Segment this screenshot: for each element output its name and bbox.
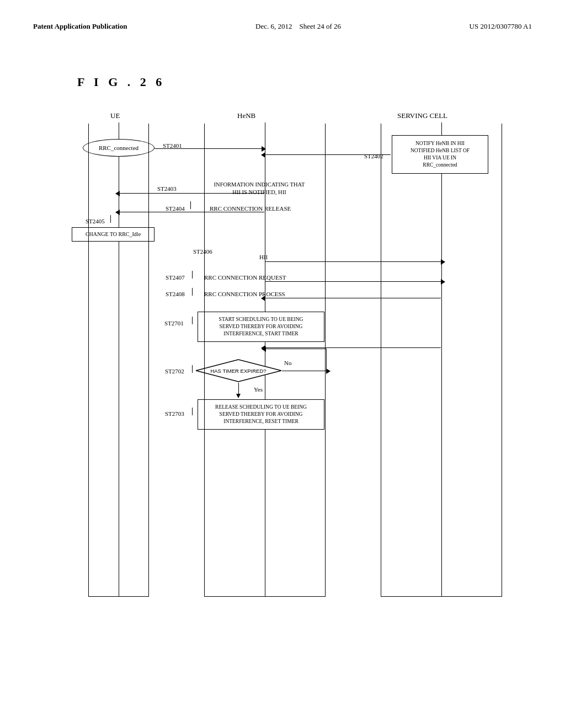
st2408-label: ST2408 xyxy=(166,291,185,297)
page-header: Patent Application Publication Dec. 6, 2… xyxy=(33,22,532,31)
sheet-number: Sheet 24 of 26 xyxy=(300,22,341,30)
st2407-vbracket xyxy=(192,271,193,279)
header-date: Dec. 6, 2012 Sheet 24 of 26 xyxy=(255,22,341,31)
st2701-vbracket xyxy=(192,317,193,324)
arrow-no-right xyxy=(326,368,331,374)
line-no-up xyxy=(326,349,327,371)
header-left: Patent Application Publication xyxy=(33,22,127,31)
header-right: US 2012/0307780 A1 xyxy=(470,22,532,31)
st2407-label: ST2407 xyxy=(166,274,185,281)
st2404-label: ST2404 xyxy=(166,205,185,212)
page: Patent Application Publication Dec. 6, 2… xyxy=(0,0,565,728)
diagram: UE HeNB SERVING CELL RRC_connected ST240… xyxy=(55,111,552,608)
col-serving-cell: SERVING CELL xyxy=(397,111,447,120)
henb-column-border xyxy=(204,124,326,597)
st2702-label: ST2702 xyxy=(165,368,184,374)
col-ue: UE xyxy=(110,111,120,120)
st2408-vbracket xyxy=(192,288,193,296)
st2404-bracket xyxy=(190,201,191,209)
col-henb: HeNB xyxy=(237,111,255,120)
st2703-label: ST2703 xyxy=(165,410,184,417)
serving-column-border xyxy=(381,124,502,597)
fig-title: F I G . 2 6 xyxy=(77,75,532,89)
st2703-vbracket xyxy=(192,408,193,415)
ue-column-border xyxy=(88,124,149,597)
st2403-label: ST2403 xyxy=(157,185,177,192)
st2702-vbracket xyxy=(192,365,193,373)
st2701-label: ST2701 xyxy=(164,320,184,326)
